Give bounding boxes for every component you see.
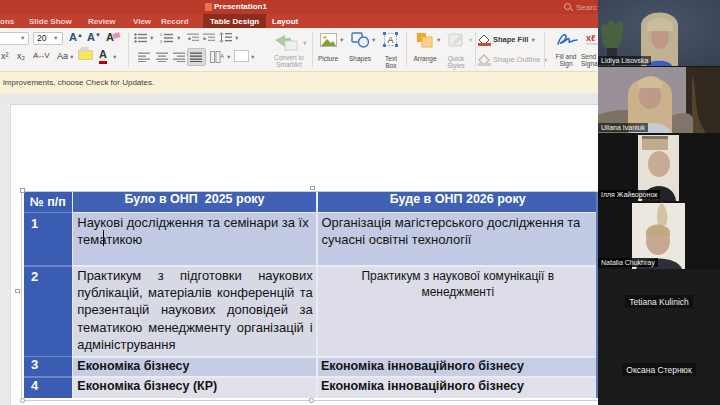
svg-text:2: 2: [160, 39, 163, 43]
svg-text:A: A: [387, 35, 393, 45]
svg-text:1: 1: [160, 33, 163, 37]
svg-text:A: A: [220, 53, 224, 59]
svg-text:xℓ: xℓ: [586, 33, 596, 43]
